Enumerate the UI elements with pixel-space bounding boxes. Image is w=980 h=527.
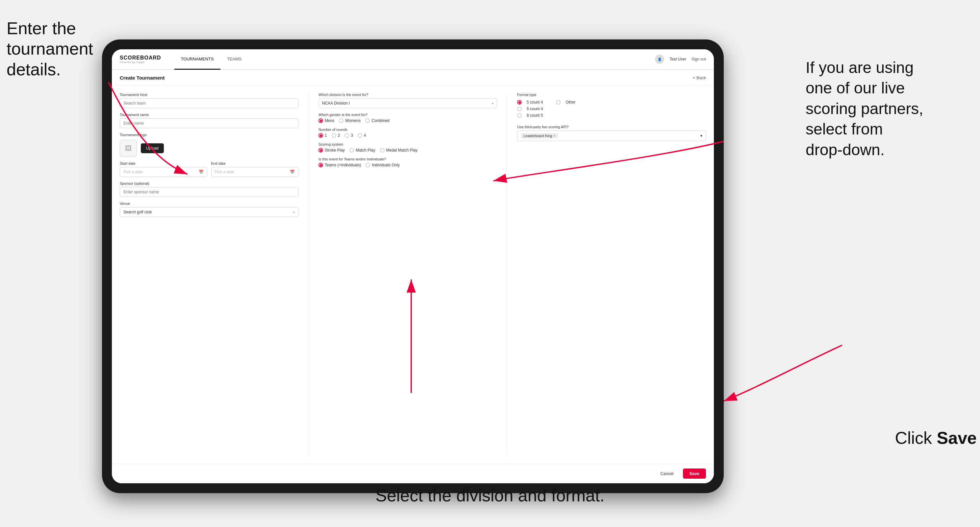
tournament-name-input[interactable] (120, 118, 298, 128)
scoring-field: Scoring system Stroke Play Match Play (318, 142, 497, 152)
end-date-input[interactable]: Pick a date 📅 (211, 167, 299, 177)
scoring-match[interactable]: Match Play (349, 148, 375, 152)
live-value: Leaderboard King (523, 134, 552, 138)
gender-womens[interactable]: Womens (339, 118, 361, 123)
format-6count4[interactable]: 6 count 4 (517, 106, 706, 111)
rounds-1-radio[interactable] (318, 133, 323, 138)
back-link[interactable]: < Back (693, 75, 706, 80)
tab-teams[interactable]: TEAMS (220, 49, 248, 70)
sponsor-input[interactable] (120, 187, 298, 197)
teams-label: Is this event for Teams and/or Individua… (318, 157, 497, 161)
rounds-4-radio[interactable] (358, 133, 362, 138)
start-date-label: Start date (120, 162, 207, 165)
format-6c4-label: 6 count 4 (527, 106, 543, 111)
rounds-3[interactable]: 3 (344, 133, 353, 138)
host-label: Tournament Host (120, 93, 298, 97)
upload-button[interactable]: Upload (141, 143, 164, 153)
search-team-input[interactable] (120, 98, 298, 108)
scoring-medal[interactable]: Medal Match Play (380, 148, 417, 152)
format-type-section: Format type 5 count 4 Other (517, 93, 706, 118)
left-column: Tournament Host Tournament name Tourname… (120, 93, 309, 457)
rounds-radio-group: 1 2 3 4 (318, 133, 497, 138)
page-title: Create Tournament (120, 75, 164, 81)
rounds-field: Number of rounds 1 2 (318, 127, 497, 138)
logo-placeholder: 🖼 (120, 140, 137, 157)
combined-radio[interactable] (365, 118, 370, 123)
calendar-icon: 📅 (199, 170, 204, 174)
rounds-3-radio[interactable] (344, 133, 349, 138)
format-label: Format type (517, 93, 706, 97)
logo-label: Tournament logo (120, 133, 298, 137)
live-scoring-label: Use third-party live scoring API? (517, 125, 706, 129)
rounds-1[interactable]: 1 (318, 133, 327, 138)
rounds-4[interactable]: 4 (358, 133, 366, 138)
sponsor-field: Sponsor (optional) (120, 181, 298, 197)
format-5count4[interactable]: 5 count 4 (517, 100, 543, 105)
scoring-radio-group: Stroke Play Match Play Medal Match Play (318, 148, 497, 152)
teams-plus-ind[interactable]: Teams (+Individuals) (318, 163, 361, 167)
right-column: Format type 5 count 4 Other (517, 93, 706, 457)
teams-label-opt: Teams (+Individuals) (325, 163, 361, 167)
format-6c5-radio[interactable] (517, 113, 522, 118)
sign-out-link[interactable]: Sign out (692, 57, 706, 62)
form-body: Tournament Host Tournament name Tourname… (112, 86, 714, 464)
chevron-down-icon-3: ▾ (700, 133, 702, 138)
venue-field: Venue Search golf club ▾ (120, 202, 298, 217)
division-value: NCAA Division I (322, 101, 350, 106)
other-radio[interactable] (556, 100, 560, 105)
womens-radio[interactable] (339, 118, 344, 123)
annotation-select-division: Select the division and format. (375, 485, 605, 506)
clear-icon[interactable]: × (553, 134, 555, 138)
start-date-input[interactable]: Pick a date 📅 (120, 167, 207, 177)
gender-mens[interactable]: Mens (318, 118, 334, 123)
rounds-2-radio[interactable] (332, 133, 336, 138)
format-5c4-radio[interactable] (517, 100, 522, 105)
date-row: Start date Pick a date 📅 End date Pick a… (120, 162, 298, 177)
match-radio[interactable] (349, 148, 354, 152)
live-scoring-select[interactable]: Leaderboard King × ▾ (517, 130, 706, 141)
medal-radio[interactable] (380, 148, 385, 152)
nav-tabs: TOURNAMENTS TEAMS (174, 49, 248, 69)
stroke-radio[interactable] (318, 148, 323, 152)
calendar-icon-2: 📅 (290, 170, 295, 174)
tournament-name-field: Tournament name (120, 113, 298, 128)
cancel-button[interactable]: Cancel (655, 468, 679, 479)
stroke-label: Stroke Play (325, 148, 345, 152)
teams-radio[interactable] (318, 163, 323, 167)
name-label: Tournament name (120, 113, 298, 117)
format-other[interactable]: Other (556, 100, 575, 105)
tab-tournaments[interactable]: TOURNAMENTS (174, 49, 220, 70)
division-select[interactable]: NCAA Division I ▾ (318, 98, 497, 108)
individuals-only[interactable]: Individuals Only (366, 163, 400, 167)
format-6count5[interactable]: 6 count 5 (517, 113, 706, 118)
individuals-radio[interactable] (366, 163, 370, 167)
match-label: Match Play (356, 148, 375, 152)
scoring-stroke[interactable]: Stroke Play (318, 148, 345, 152)
womens-label: Womens (345, 118, 361, 123)
gender-combined[interactable]: Combined (365, 118, 390, 123)
venue-placeholder: Search golf club (123, 210, 152, 214)
mens-radio[interactable] (318, 118, 323, 123)
format-6c4-radio[interactable] (517, 106, 522, 111)
annotation-click-save: Click Save (895, 428, 977, 448)
logo-upload-area: 🖼 Upload (120, 140, 298, 157)
save-button[interactable]: Save (683, 468, 706, 479)
format-6c5-label: 6 count 5 (527, 113, 543, 118)
venue-label: Venue (120, 202, 298, 205)
tablet-screen: SCOREBOARD Powered by Clippit TOURNAMENT… (112, 49, 714, 483)
venue-select[interactable]: Search golf club ▾ (120, 207, 298, 217)
individuals-label: Individuals Only (372, 163, 400, 167)
annotation-enter-tournament: Enter thetournamentdetails. (6, 18, 93, 79)
end-date-placeholder: Pick a date (215, 170, 234, 174)
form-footer: Cancel Save (112, 464, 714, 483)
scoring-label: Scoring system (318, 142, 497, 146)
gender-label: Which gender is the event for? (318, 113, 497, 117)
navbar: SCOREBOARD Powered by Clippit TOURNAMENT… (112, 49, 714, 70)
rounds-2[interactable]: 2 (332, 133, 340, 138)
rounds-1-label: 1 (325, 133, 327, 138)
live-scoring-tag: Leaderboard King × (521, 133, 558, 138)
sponsor-label: Sponsor (optional) (120, 181, 298, 186)
tournament-host-field: Tournament Host (120, 93, 298, 108)
rounds-3-label: 3 (351, 133, 353, 138)
middle-column: Which division is the event for? NCAA Di… (318, 93, 507, 457)
